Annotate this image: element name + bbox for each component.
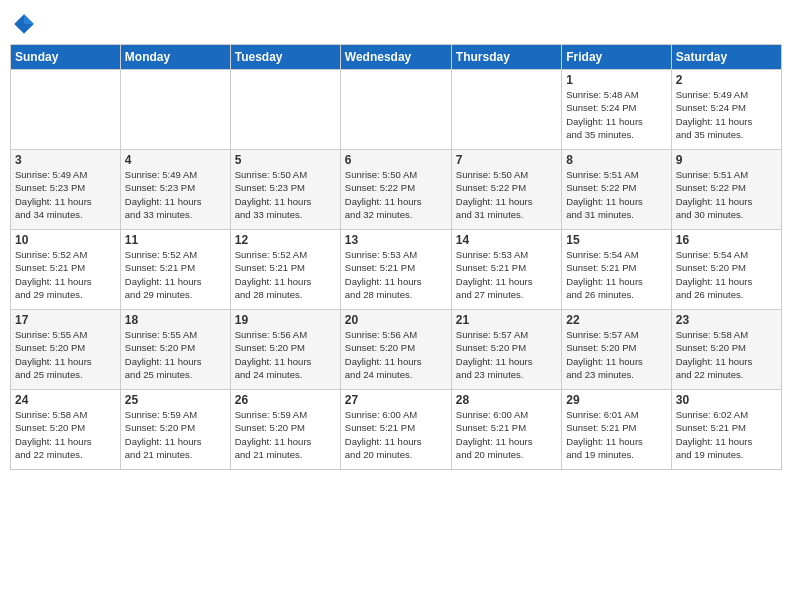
day-number: 12 [235, 233, 336, 247]
day-number: 29 [566, 393, 666, 407]
calendar-cell: 15Sunrise: 5:54 AM Sunset: 5:21 PM Dayli… [562, 230, 671, 310]
day-number: 13 [345, 233, 447, 247]
day-info: Sunrise: 6:00 AM Sunset: 5:21 PM Dayligh… [456, 408, 557, 461]
day-number: 23 [676, 313, 777, 327]
weekday-monday: Monday [120, 45, 230, 70]
svg-marker-1 [24, 14, 34, 24]
calendar-cell: 12Sunrise: 5:52 AM Sunset: 5:21 PM Dayli… [230, 230, 340, 310]
calendar-week-5: 24Sunrise: 5:58 AM Sunset: 5:20 PM Dayli… [11, 390, 782, 470]
day-number: 20 [345, 313, 447, 327]
day-info: Sunrise: 5:53 AM Sunset: 5:21 PM Dayligh… [456, 248, 557, 301]
calendar-cell: 23Sunrise: 5:58 AM Sunset: 5:20 PM Dayli… [671, 310, 781, 390]
calendar-cell: 6Sunrise: 5:50 AM Sunset: 5:22 PM Daylig… [340, 150, 451, 230]
day-info: Sunrise: 5:54 AM Sunset: 5:21 PM Dayligh… [566, 248, 666, 301]
calendar-body: 1Sunrise: 5:48 AM Sunset: 5:24 PM Daylig… [11, 70, 782, 470]
day-number: 30 [676, 393, 777, 407]
day-number: 1 [566, 73, 666, 87]
weekday-tuesday: Tuesday [230, 45, 340, 70]
day-info: Sunrise: 5:48 AM Sunset: 5:24 PM Dayligh… [566, 88, 666, 141]
day-number: 3 [15, 153, 116, 167]
calendar-cell: 29Sunrise: 6:01 AM Sunset: 5:21 PM Dayli… [562, 390, 671, 470]
calendar-cell: 21Sunrise: 5:57 AM Sunset: 5:20 PM Dayli… [451, 310, 561, 390]
day-number: 26 [235, 393, 336, 407]
calendar-cell: 4Sunrise: 5:49 AM Sunset: 5:23 PM Daylig… [120, 150, 230, 230]
day-info: Sunrise: 5:51 AM Sunset: 5:22 PM Dayligh… [676, 168, 777, 221]
day-number: 22 [566, 313, 666, 327]
day-info: Sunrise: 5:57 AM Sunset: 5:20 PM Dayligh… [566, 328, 666, 381]
day-number: 18 [125, 313, 226, 327]
weekday-header-row: SundayMondayTuesdayWednesdayThursdayFrid… [11, 45, 782, 70]
day-number: 10 [15, 233, 116, 247]
day-number: 9 [676, 153, 777, 167]
calendar-cell [340, 70, 451, 150]
day-info: Sunrise: 5:54 AM Sunset: 5:20 PM Dayligh… [676, 248, 777, 301]
calendar-week-4: 17Sunrise: 5:55 AM Sunset: 5:20 PM Dayli… [11, 310, 782, 390]
day-number: 21 [456, 313, 557, 327]
weekday-thursday: Thursday [451, 45, 561, 70]
calendar-cell: 10Sunrise: 5:52 AM Sunset: 5:21 PM Dayli… [11, 230, 121, 310]
calendar-cell [11, 70, 121, 150]
day-info: Sunrise: 5:50 AM Sunset: 5:23 PM Dayligh… [235, 168, 336, 221]
calendar-cell: 26Sunrise: 5:59 AM Sunset: 5:20 PM Dayli… [230, 390, 340, 470]
day-info: Sunrise: 5:52 AM Sunset: 5:21 PM Dayligh… [235, 248, 336, 301]
day-info: Sunrise: 5:58 AM Sunset: 5:20 PM Dayligh… [15, 408, 116, 461]
calendar-cell: 11Sunrise: 5:52 AM Sunset: 5:21 PM Dayli… [120, 230, 230, 310]
calendar-cell: 9Sunrise: 5:51 AM Sunset: 5:22 PM Daylig… [671, 150, 781, 230]
day-info: Sunrise: 5:49 AM Sunset: 5:23 PM Dayligh… [125, 168, 226, 221]
day-info: Sunrise: 5:50 AM Sunset: 5:22 PM Dayligh… [345, 168, 447, 221]
day-info: Sunrise: 6:00 AM Sunset: 5:21 PM Dayligh… [345, 408, 447, 461]
day-number: 6 [345, 153, 447, 167]
day-info: Sunrise: 5:57 AM Sunset: 5:20 PM Dayligh… [456, 328, 557, 381]
calendar-cell [451, 70, 561, 150]
calendar-table: SundayMondayTuesdayWednesdayThursdayFrid… [10, 44, 782, 470]
day-info: Sunrise: 5:56 AM Sunset: 5:20 PM Dayligh… [345, 328, 447, 381]
weekday-friday: Friday [562, 45, 671, 70]
day-info: Sunrise: 5:49 AM Sunset: 5:23 PM Dayligh… [15, 168, 116, 221]
day-info: Sunrise: 5:50 AM Sunset: 5:22 PM Dayligh… [456, 168, 557, 221]
day-number: 24 [15, 393, 116, 407]
day-number: 27 [345, 393, 447, 407]
calendar-cell: 20Sunrise: 5:56 AM Sunset: 5:20 PM Dayli… [340, 310, 451, 390]
calendar-cell: 5Sunrise: 5:50 AM Sunset: 5:23 PM Daylig… [230, 150, 340, 230]
day-info: Sunrise: 5:49 AM Sunset: 5:24 PM Dayligh… [676, 88, 777, 141]
calendar-cell: 22Sunrise: 5:57 AM Sunset: 5:20 PM Dayli… [562, 310, 671, 390]
calendar-cell: 8Sunrise: 5:51 AM Sunset: 5:22 PM Daylig… [562, 150, 671, 230]
calendar-week-3: 10Sunrise: 5:52 AM Sunset: 5:21 PM Dayli… [11, 230, 782, 310]
day-number: 5 [235, 153, 336, 167]
day-info: Sunrise: 5:59 AM Sunset: 5:20 PM Dayligh… [125, 408, 226, 461]
calendar-cell: 1Sunrise: 5:48 AM Sunset: 5:24 PM Daylig… [562, 70, 671, 150]
calendar-cell: 30Sunrise: 6:02 AM Sunset: 5:21 PM Dayli… [671, 390, 781, 470]
day-number: 16 [676, 233, 777, 247]
day-number: 15 [566, 233, 666, 247]
day-number: 19 [235, 313, 336, 327]
calendar-cell: 19Sunrise: 5:56 AM Sunset: 5:20 PM Dayli… [230, 310, 340, 390]
calendar-cell: 7Sunrise: 5:50 AM Sunset: 5:22 PM Daylig… [451, 150, 561, 230]
day-info: Sunrise: 5:58 AM Sunset: 5:20 PM Dayligh… [676, 328, 777, 381]
day-number: 2 [676, 73, 777, 87]
calendar-cell: 3Sunrise: 5:49 AM Sunset: 5:23 PM Daylig… [11, 150, 121, 230]
calendar-cell: 24Sunrise: 5:58 AM Sunset: 5:20 PM Dayli… [11, 390, 121, 470]
weekday-saturday: Saturday [671, 45, 781, 70]
calendar-cell: 17Sunrise: 5:55 AM Sunset: 5:20 PM Dayli… [11, 310, 121, 390]
calendar-header: SundayMondayTuesdayWednesdayThursdayFrid… [11, 45, 782, 70]
calendar-cell: 2Sunrise: 5:49 AM Sunset: 5:24 PM Daylig… [671, 70, 781, 150]
calendar-cell: 14Sunrise: 5:53 AM Sunset: 5:21 PM Dayli… [451, 230, 561, 310]
day-number: 25 [125, 393, 226, 407]
day-number: 14 [456, 233, 557, 247]
day-info: Sunrise: 5:55 AM Sunset: 5:20 PM Dayligh… [15, 328, 116, 381]
calendar-cell: 16Sunrise: 5:54 AM Sunset: 5:20 PM Dayli… [671, 230, 781, 310]
day-info: Sunrise: 6:01 AM Sunset: 5:21 PM Dayligh… [566, 408, 666, 461]
calendar-week-2: 3Sunrise: 5:49 AM Sunset: 5:23 PM Daylig… [11, 150, 782, 230]
weekday-sunday: Sunday [11, 45, 121, 70]
weekday-wednesday: Wednesday [340, 45, 451, 70]
calendar-cell: 27Sunrise: 6:00 AM Sunset: 5:21 PM Dayli… [340, 390, 451, 470]
day-info: Sunrise: 5:55 AM Sunset: 5:20 PM Dayligh… [125, 328, 226, 381]
calendar-cell: 25Sunrise: 5:59 AM Sunset: 5:20 PM Dayli… [120, 390, 230, 470]
day-number: 11 [125, 233, 226, 247]
calendar-cell: 28Sunrise: 6:00 AM Sunset: 5:21 PM Dayli… [451, 390, 561, 470]
day-info: Sunrise: 5:56 AM Sunset: 5:20 PM Dayligh… [235, 328, 336, 381]
calendar-week-1: 1Sunrise: 5:48 AM Sunset: 5:24 PM Daylig… [11, 70, 782, 150]
day-info: Sunrise: 5:59 AM Sunset: 5:20 PM Dayligh… [235, 408, 336, 461]
day-info: Sunrise: 5:53 AM Sunset: 5:21 PM Dayligh… [345, 248, 447, 301]
day-number: 7 [456, 153, 557, 167]
